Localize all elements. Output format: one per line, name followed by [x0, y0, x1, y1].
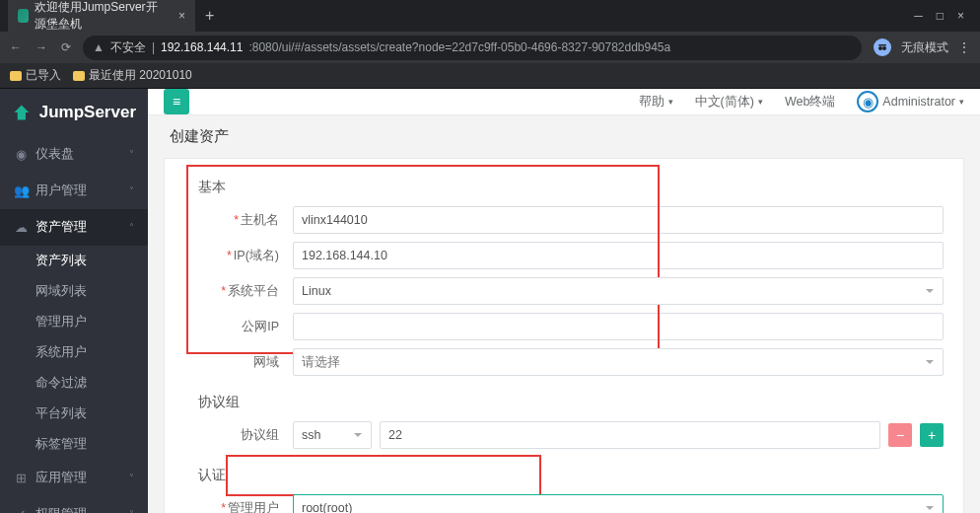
- form-panel: 基本 主机名 IP(域名) 系统平台 公网IP 网域 协议组: [164, 158, 964, 513]
- brand-text: JumpServer: [39, 103, 136, 122]
- window-minimize-icon[interactable]: ─: [914, 9, 923, 23]
- browser-tab[interactable]: 欢迎使用JumpServer开源堡垒机 ×: [8, 0, 195, 38]
- topbar: ≡ 帮助▾ 中文(简体)▾ Web终端 ◉ Administrator ▾: [148, 89, 980, 115]
- new-tab-button[interactable]: +: [205, 7, 214, 25]
- tab-close-icon[interactable]: ×: [178, 9, 185, 23]
- chevron-up-icon: ˄: [129, 222, 134, 233]
- sidebar-item-4[interactable]: ✓权限管理˅: [0, 496, 148, 513]
- sidebar-item-1[interactable]: 👥用户管理˅: [0, 173, 148, 209]
- browser-menu-icon[interactable]: ⋮: [958, 40, 970, 54]
- url-omnibox[interactable]: ▲ 不安全 | 192.168.144.11 :8080/ui/#/assets…: [83, 36, 862, 60]
- chevron-down-icon: ▾: [758, 97, 763, 107]
- user-menu[interactable]: ◉ Administrator ▾: [857, 91, 964, 112]
- chevron-down-icon: ˅: [129, 509, 134, 513]
- brand[interactable]: JumpServer: [0, 89, 148, 136]
- sidebar-toggle-button[interactable]: ≡: [164, 89, 189, 114]
- main-area: ≡ 帮助▾ 中文(简体)▾ Web终端 ◉ Administrator ▾ 创建…: [148, 89, 980, 513]
- sidebar-item-2[interactable]: ☁资产管理˄: [0, 209, 148, 246]
- section-basic-title: 基本: [198, 179, 944, 196]
- adminuser-select[interactable]: [293, 494, 944, 513]
- bookmark-imported[interactable]: 已导入: [10, 67, 61, 84]
- help-menu[interactable]: 帮助▾: [639, 94, 673, 110]
- sidebar-subitem-2-5[interactable]: 平台列表: [35, 399, 148, 429]
- sidebar-subitem-2-6[interactable]: 标签管理: [35, 429, 148, 460]
- page-title: 创建资产: [148, 115, 980, 158]
- chevron-down-icon: ▾: [668, 97, 673, 107]
- protocol-select[interactable]: [293, 421, 372, 449]
- domain-label: 网域: [184, 354, 293, 371]
- sidebar-icon: ☁: [14, 220, 28, 235]
- browser-addressbar: ← → ⟳ ▲ 不安全 | 192.168.144.11 :8080/ui/#/…: [0, 32, 980, 63]
- platform-label: 系统平台: [184, 283, 293, 300]
- sidebar-subitem-2-0[interactable]: 资产列表: [35, 246, 148, 276]
- window-close-icon[interactable]: ×: [957, 9, 964, 23]
- bookmark-recent[interactable]: 最近使用 20201010: [73, 67, 192, 84]
- ip-label: IP(域名): [184, 248, 293, 264]
- publicip-label: 公网IP: [184, 319, 293, 335]
- app-root: JumpServer ◉仪表盘˅👥用户管理˅☁资产管理˄资产列表网域列表管理用户…: [0, 89, 980, 513]
- window-maximize-icon[interactable]: □: [937, 9, 944, 23]
- incognito-label: 无痕模式: [901, 39, 948, 56]
- brand-logo-icon: [12, 103, 32, 122]
- svg-point-1: [882, 46, 886, 50]
- sidebar-item-0[interactable]: ◉仪表盘˅: [0, 136, 148, 173]
- adminuser-label: 管理用户: [184, 500, 293, 514]
- nav-back-icon[interactable]: ←: [10, 40, 22, 54]
- publicip-input[interactable]: [293, 313, 944, 340]
- svg-rect-2: [878, 44, 886, 46]
- url-host: 192.168.144.11: [161, 40, 243, 54]
- bookmarks-bar: 已导入 最近使用 20201010: [0, 63, 980, 89]
- chevron-down-icon: ˅: [129, 473, 134, 483]
- sidebar: JumpServer ◉仪表盘˅👥用户管理˅☁资产管理˄资产列表网域列表管理用户…: [0, 89, 148, 513]
- lang-menu[interactable]: 中文(简体)▾: [695, 94, 763, 110]
- sidebar-icon: ⊞: [14, 471, 28, 485]
- ip-input[interactable]: [293, 242, 944, 269]
- sidebar-item-3[interactable]: ⊞应用管理˅: [0, 460, 148, 496]
- sidebar-icon: ◉: [14, 147, 28, 162]
- chevron-down-icon: ▾: [959, 97, 964, 107]
- sidebar-subitem-2-4[interactable]: 命令过滤: [35, 368, 148, 399]
- chevron-down-icon: ˅: [129, 149, 134, 160]
- folder-icon: [10, 71, 22, 81]
- browser-chrome: 欢迎使用JumpServer开源堡垒机 × + ─ □ × ← → ⟳ ▲ 不安…: [0, 0, 980, 89]
- user-avatar-icon: ◉: [857, 91, 878, 112]
- nav-forward-icon[interactable]: →: [35, 40, 47, 54]
- browser-tabbar: 欢迎使用JumpServer开源堡垒机 × + ─ □ ×: [0, 0, 980, 32]
- incognito-icon[interactable]: [874, 38, 891, 56]
- sidebar-subitem-2-3[interactable]: 系统用户: [35, 337, 148, 368]
- section-proto-title: 协议组: [198, 394, 944, 411]
- svg-point-0: [878, 46, 882, 50]
- tab-favicon-icon: [18, 9, 29, 23]
- hostname-label: 主机名: [184, 212, 293, 229]
- domain-select[interactable]: [293, 348, 944, 376]
- web-terminal-link[interactable]: Web终端: [785, 94, 835, 110]
- chevron-down-icon: ˅: [129, 185, 134, 196]
- platform-select[interactable]: [293, 277, 944, 305]
- sidebar-subitem-2-2[interactable]: 管理用户: [35, 307, 148, 337]
- protocol-remove-button[interactable]: −: [888, 423, 912, 447]
- hostname-input[interactable]: [293, 206, 944, 234]
- site-insecure-label: 不安全: [110, 39, 146, 56]
- section-auth-title: 认证: [198, 467, 944, 484]
- protocol-port-input[interactable]: [380, 421, 880, 449]
- protocol-add-button[interactable]: +: [920, 423, 944, 447]
- site-insecure-icon: ▲: [93, 40, 105, 54]
- folder-icon: [73, 71, 85, 81]
- tab-title: 欢迎使用JumpServer开源堡垒机: [35, 0, 167, 33]
- url-path: :8080/ui/#/assets/assets/create?node=22d…: [248, 40, 670, 54]
- sidebar-icon: 👥: [14, 183, 28, 198]
- sidebar-subitem-2-1[interactable]: 网域列表: [35, 276, 148, 307]
- nav-reload-icon[interactable]: ⟳: [61, 40, 71, 54]
- sidebar-icon: ✓: [14, 507, 28, 513]
- proto-label: 协议组: [184, 427, 293, 444]
